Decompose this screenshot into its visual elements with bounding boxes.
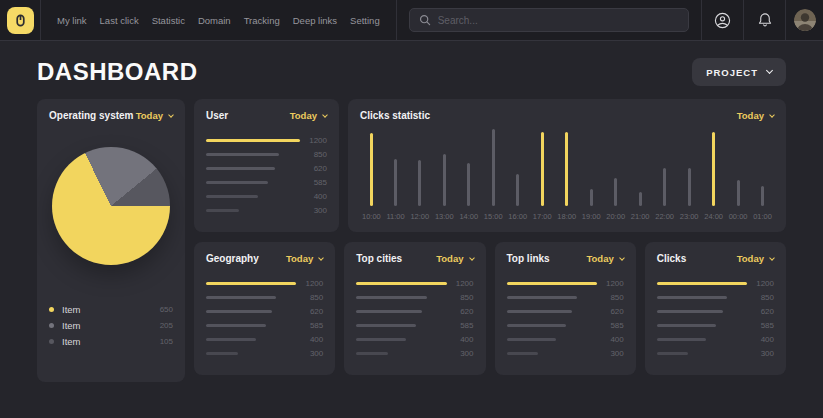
vbar-time-label: 17:00 [533, 212, 552, 221]
search-box[interactable] [409, 8, 689, 32]
hbar-bar [206, 153, 279, 156]
search-input[interactable] [438, 15, 679, 26]
hbar-list: 1200850620585400300 [356, 276, 473, 360]
hbar-row: 850 [206, 290, 323, 304]
main-nav: My linkLast clickStatisticDomainTracking… [41, 0, 396, 40]
hbar-value: 620 [300, 164, 327, 173]
vbar-time-label: 01:00 [753, 212, 772, 221]
vbar-bar [370, 133, 373, 206]
legend-label: Item [62, 320, 152, 331]
hbar-track [356, 352, 446, 355]
vbar-time-label: 15:00 [484, 212, 503, 221]
nav-item-tracking[interactable]: Tracking [244, 15, 280, 26]
hbar-value: 1200 [447, 279, 474, 288]
hbar-row: 400 [356, 332, 473, 346]
vbar-column: 16:00 [508, 127, 527, 221]
vbar-area [516, 127, 519, 206]
vbar-time-label: 16:00 [508, 212, 527, 221]
hbar-row: 585 [206, 318, 323, 332]
hbar-bar [657, 324, 717, 327]
hbar-track [206, 296, 296, 299]
vbar-bar [712, 132, 715, 206]
hbar-bar [507, 352, 539, 355]
chevron-down-icon [769, 112, 775, 118]
hbar-bar [507, 310, 573, 313]
nav-item-domain[interactable]: Domain [198, 15, 231, 26]
bell-icon [756, 11, 774, 29]
hbar-value: 300 [296, 349, 323, 358]
account-button[interactable] [701, 0, 743, 40]
hbar-list: 1200850620585400300 [206, 133, 327, 217]
vbar-bar [639, 192, 642, 206]
project-button[interactable]: PROJECT [692, 58, 786, 86]
profile-menu[interactable] [785, 0, 823, 40]
hbar-value: 400 [296, 335, 323, 344]
hbar-row: 620 [657, 304, 774, 318]
vbar-area [394, 127, 397, 206]
vbar-bar [516, 174, 519, 206]
vbar-area [443, 127, 446, 206]
hbar-bar [206, 209, 239, 212]
hbar-row: 1200 [206, 133, 327, 147]
nav-item-my-link[interactable]: My link [57, 15, 87, 26]
period-dropdown[interactable]: Today [586, 253, 623, 264]
period-dropdown[interactable]: Today [737, 110, 774, 121]
notifications-button[interactable] [743, 0, 785, 40]
hbar-track [507, 282, 597, 285]
hbar-bar [356, 296, 426, 299]
pie-legend: Item650Item205Item105 [49, 301, 173, 349]
hbar-track [206, 282, 296, 285]
hbar-track [657, 352, 747, 355]
app-logo[interactable] [7, 7, 34, 34]
hbar-track [206, 324, 296, 327]
card-title: Clicks statistic [360, 110, 430, 121]
nav-item-setting[interactable]: Setting [350, 15, 380, 26]
hbar-track [206, 195, 300, 198]
hbar-value: 1200 [597, 279, 624, 288]
hbar-list: 1200850620585400300 [657, 276, 774, 360]
vbar-area [761, 127, 764, 206]
vbar-bar [590, 189, 593, 206]
vbar-column: 13:00 [435, 127, 454, 221]
hbar-row: 585 [356, 318, 473, 332]
bottom-row: Geography Today 1200850620585400300 Top … [194, 242, 786, 375]
search-icon [419, 14, 431, 26]
nav-item-deep-links[interactable]: Deep links [293, 15, 337, 26]
vbar-time-label: 23:00 [680, 212, 699, 221]
hbar-track [206, 181, 300, 184]
period-dropdown[interactable]: Today [737, 253, 774, 264]
vbar-bar [565, 132, 568, 206]
card-top-cities: Top cities Today 1200850620585400300 [344, 242, 485, 375]
hbar-value: 300 [747, 349, 774, 358]
hbar-track [356, 324, 446, 327]
hbar-value: 585 [296, 321, 323, 330]
chevron-down-icon [766, 67, 773, 74]
period-dropdown[interactable]: Today [286, 253, 323, 264]
period-dropdown[interactable]: Today [136, 110, 173, 121]
vbar-column: 12:00 [410, 127, 429, 221]
card-user: User Today 1200850620585400300 [194, 99, 339, 232]
legend-row: Item205 [49, 317, 173, 333]
hbar-row: 300 [356, 346, 473, 360]
vbar-bar [737, 180, 740, 206]
hbar-track [507, 338, 597, 341]
hbar-value: 1200 [300, 136, 327, 145]
hbar-value: 620 [296, 307, 323, 316]
hbar-value: 1200 [747, 279, 774, 288]
vbar-column: 00:00 [729, 127, 748, 221]
vbar-column: 11:00 [386, 127, 404, 221]
nav-item-last-click[interactable]: Last click [100, 15, 139, 26]
period-dropdown[interactable]: Today [290, 110, 327, 121]
vbar-bar [492, 129, 495, 206]
nav-item-statistic[interactable]: Statistic [152, 15, 185, 26]
hbar-track [356, 282, 446, 285]
hbar-value: 300 [447, 349, 474, 358]
hbar-bar [657, 352, 689, 355]
hbar-value: 850 [747, 293, 774, 302]
hbar-row: 300 [507, 346, 624, 360]
vbar-time-label: 14:00 [459, 212, 478, 221]
card-operating-system: Operating system Today Item650Item205Ite… [37, 99, 185, 382]
vbar-area [590, 127, 593, 206]
period-dropdown[interactable]: Today [436, 253, 473, 264]
hbar-value: 585 [747, 321, 774, 330]
